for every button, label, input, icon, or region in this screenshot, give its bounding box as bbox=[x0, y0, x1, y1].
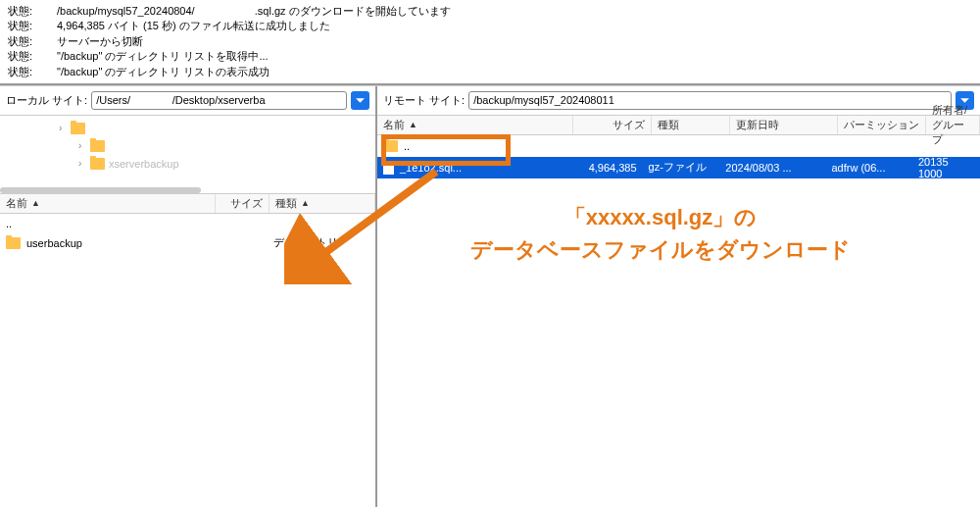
file-name: _1e1o2.sql... bbox=[394, 162, 565, 174]
file-date: 2024/08/03 ... bbox=[719, 162, 825, 174]
local-path-bar: ローカル サイト: bbox=[0, 86, 375, 116]
col-header-date[interactable]: 更新日時 bbox=[730, 116, 838, 134]
local-file-list[interactable]: .. userbackup ディレクトリ bbox=[0, 214, 375, 507]
list-item[interactable]: _1e1o2.sql... 4,964,385 gz-ファイル 2024/08/… bbox=[377, 157, 980, 178]
file-owner: 20135 1000 bbox=[912, 156, 980, 179]
main-split: ローカル サイト: › › › xserverbackup bbox=[0, 85, 980, 507]
col-header-name[interactable]: 名前 ▲ bbox=[377, 116, 573, 134]
log-label: 状態: bbox=[8, 34, 57, 49]
col-header-owner[interactable]: 所有者/グループ bbox=[926, 116, 980, 134]
parent-dir-item[interactable]: .. bbox=[0, 214, 375, 233]
log-row: 状態: "/backup" のディレクトリ リストの表示成功 bbox=[8, 65, 972, 79]
col-header-label: パーミッション bbox=[844, 118, 919, 132]
log-row: 状態: /backup/mysql57_20240804/ .sql.gz のダ… bbox=[8, 4, 972, 19]
sort-indicator-icon: ▲ bbox=[31, 198, 40, 208]
col-header-label: サイズ bbox=[230, 196, 263, 211]
col-header-size[interactable]: サイズ bbox=[573, 116, 652, 134]
folder-icon bbox=[383, 140, 398, 152]
log-label: 状態: bbox=[8, 49, 57, 64]
col-header-label: 種類 bbox=[658, 118, 679, 132]
expand-icon[interactable]: › bbox=[78, 158, 86, 169]
tree-item[interactable]: › bbox=[0, 120, 375, 137]
local-tree[interactable]: › › › xserverbackup bbox=[0, 116, 375, 194]
horizontal-scrollbar[interactable] bbox=[0, 187, 201, 193]
log-text: "/backup" のディレクトリ リストを取得中... bbox=[57, 49, 269, 64]
parent-dir-label: .. bbox=[6, 218, 12, 229]
log-text: 4,964,385 バイト (15 秒) のファイル転送に成功しました bbox=[57, 19, 330, 33]
col-header-perm[interactable]: パーミッション bbox=[838, 116, 926, 134]
tree-item[interactable]: › bbox=[0, 137, 375, 155]
col-header-label: 名前 bbox=[383, 118, 405, 132]
parent-dir-item[interactable]: .. bbox=[377, 135, 980, 157]
local-path-dropdown[interactable] bbox=[351, 91, 369, 110]
file-perm: adfrw (06... bbox=[825, 162, 912, 174]
col-header-label: 種類 bbox=[275, 196, 297, 211]
remote-list-header: 名前 ▲ サイズ 種類 更新日時 パーミッション 所有者/グループ bbox=[377, 116, 980, 135]
col-header-type[interactable]: 種類 bbox=[652, 116, 730, 134]
file-size: 4,964,385 bbox=[565, 162, 643, 174]
parent-dir-label: .. bbox=[404, 140, 410, 152]
log-row: 状態: 4,964,385 バイト (15 秒) のファイル転送に成功しました bbox=[8, 19, 972, 33]
folder-icon bbox=[6, 237, 21, 249]
local-site-label: ローカル サイト: bbox=[6, 93, 87, 108]
log-text: /backup/mysql57_20240804/ .sql.gz のダウンロー… bbox=[57, 4, 451, 19]
tree-item[interactable]: › xserverbackup bbox=[0, 155, 375, 173]
col-header-size[interactable]: サイズ bbox=[216, 194, 270, 213]
folder-icon bbox=[71, 123, 85, 134]
status-log: 状態: /backup/mysql57_20240804/ .sql.gz のダ… bbox=[0, 0, 980, 85]
col-header-name[interactable]: 名前 ▲ bbox=[0, 194, 216, 213]
file-type: ディレクトリ bbox=[273, 235, 338, 250]
remote-path-bar: リモート サイト: bbox=[377, 86, 980, 116]
file-type: gz-ファイル bbox=[643, 160, 720, 175]
log-row: 状態: サーバーから切断 bbox=[8, 34, 972, 49]
local-path-input[interactable] bbox=[91, 91, 347, 110]
remote-panel: リモート サイト: 名前 ▲ サイズ 種類 更新日時 パーミッション 所有者/グ… bbox=[377, 86, 980, 507]
log-text: サーバーから切断 bbox=[57, 34, 143, 49]
log-label: 状態: bbox=[8, 4, 57, 19]
log-row: 状態: "/backup" のディレクトリ リストを取得中... bbox=[8, 49, 972, 64]
sort-indicator-icon: ▲ bbox=[409, 120, 417, 129]
log-label: 状態: bbox=[8, 65, 57, 79]
col-header-type[interactable]: 種類 ▲ bbox=[270, 194, 375, 213]
local-panel: ローカル サイト: › › › xserverbackup bbox=[0, 86, 377, 507]
log-label: 状態: bbox=[8, 19, 57, 33]
list-item[interactable]: userbackup ディレクトリ bbox=[0, 233, 375, 253]
col-header-label: サイズ bbox=[612, 118, 645, 132]
folder-icon bbox=[90, 158, 105, 170]
chevron-down-icon bbox=[355, 95, 366, 106]
col-header-label: 名前 bbox=[6, 196, 27, 211]
log-text: "/backup" のディレクトリ リストの表示成功 bbox=[57, 65, 270, 79]
local-list-header: 名前 ▲ サイズ 種類 ▲ bbox=[0, 194, 375, 214]
expand-icon[interactable]: › bbox=[78, 140, 86, 151]
file-icon bbox=[383, 161, 394, 175]
col-header-label: 更新日時 bbox=[736, 118, 779, 132]
folder-icon bbox=[90, 140, 105, 152]
file-name: userbackup bbox=[26, 237, 222, 249]
remote-path-input[interactable] bbox=[468, 91, 952, 110]
remote-file-list[interactable]: .. _1e1o2.sql... 4,964,385 gz-ファイル 2024/… bbox=[377, 135, 980, 507]
remote-site-label: リモート サイト: bbox=[383, 93, 465, 108]
sort-indicator-icon: ▲ bbox=[301, 198, 310, 208]
tree-label: xserverbackup bbox=[109, 158, 179, 170]
expand-icon[interactable]: › bbox=[59, 123, 67, 133]
